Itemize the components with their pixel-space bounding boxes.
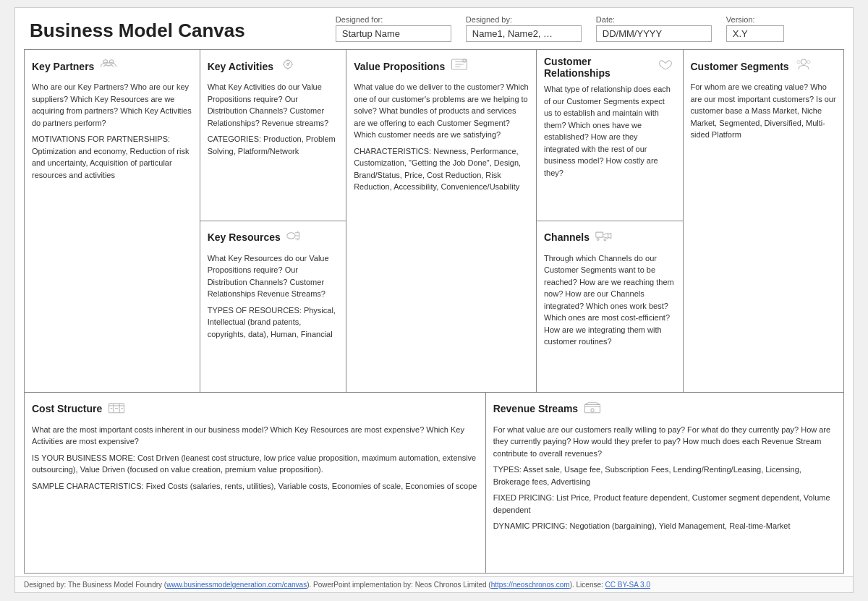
- key-activities-p1: What Key Activities do our Value Proposi…: [208, 81, 339, 129]
- customer-relationships-cell: Customer Relationships What type of rela…: [537, 50, 683, 221]
- header: Business Model Canvas Designed for: Desi…: [15, 8, 853, 46]
- date-field: Date:: [596, 15, 712, 42]
- revenue-streams-p3: FIXED PRICING: List Price, Product featu…: [493, 492, 836, 516]
- activities-resources-column: Key Activities What Key Activities do ou…: [200, 50, 347, 392]
- revenue-streams-text: For what value are our customers really …: [493, 424, 836, 537]
- revenue-streams-p4: DYNAMIC PRICING: Negotiation (bargaining…: [493, 520, 836, 532]
- key-resources-p1: What Key Resources do our Value Proposit…: [208, 252, 339, 300]
- key-partners-title: Key Partners: [32, 56, 192, 77]
- key-partners-icon: [98, 56, 119, 77]
- footer-text-1: Designed by: The Business Model Foundry …: [24, 581, 166, 589]
- key-partners-cell: Key Partners Who are our Key Partners? W…: [25, 50, 200, 392]
- key-activities-title: Key Activities: [208, 56, 339, 77]
- value-propositions-text: What value do we deliver to the customer…: [354, 81, 529, 197]
- revenue-streams-p2: TYPES: Asset sale, Usage fee, Subscripti…: [493, 464, 836, 487]
- customer-relationships-p1: What type of relationship does each of o…: [544, 83, 676, 179]
- value-propositions-label: Value Propositions: [354, 61, 445, 72]
- header-fields: Designed for: Designed by: Date: Version…: [281, 15, 838, 42]
- svg-point-0: [103, 60, 108, 64]
- value-propositions-p1: What value do we deliver to the customer…: [354, 81, 529, 141]
- page-title: Business Model Canvas: [30, 20, 245, 42]
- svg-point-8: [597, 238, 599, 240]
- designed-by-input[interactable]: [466, 25, 582, 42]
- customer-segments-text: For whom are we creating value? Who are …: [691, 81, 837, 145]
- footer: Designed by: The Business Model Foundry …: [15, 576, 853, 592]
- revenue-streams-p1: For what value are our customers really …: [493, 424, 836, 460]
- revenue-streams-cell: Revenue Streams For what value are our c…: [486, 393, 843, 573]
- key-partners-text: Who are our Key Partners? Who are our ke…: [32, 81, 192, 185]
- channels-p1: Through which Channels do our Customer S…: [544, 252, 676, 348]
- channels-label: Channels: [544, 231, 590, 243]
- cost-structure-p2: IS YOUR BUSINESS MORE: Cost Driven (lean…: [32, 452, 478, 476]
- designed-for-label: Designed for:: [336, 15, 451, 24]
- cost-structure-cell: Cost Structure What are the most importa…: [25, 393, 486, 573]
- date-input[interactable]: [596, 25, 712, 42]
- footer-link-3[interactable]: CC BY-SA 3.0: [605, 581, 650, 589]
- cost-structure-title: Cost Structure: [32, 398, 478, 419]
- canvas-grid: Key Partners Who are our Key Partners? W…: [24, 49, 844, 574]
- key-partners-p1: Who are our Key Partners? Who are our ke…: [32, 81, 192, 129]
- key-resources-text: What Key Resources do our Value Proposit…: [208, 252, 339, 341]
- revenue-streams-icon: [582, 398, 603, 419]
- key-resources-cell: Key Resources What Key Resources do our …: [200, 221, 346, 392]
- key-partners-p2: MOTIVATIONS FOR PARTNERSHIPS: Optimizati…: [32, 133, 192, 181]
- svg-point-15: [591, 409, 594, 412]
- value-propositions-icon: [449, 56, 469, 77]
- customer-relationships-label: Customer Relationships: [544, 56, 651, 79]
- customer-relationships-title: Customer Relationships: [544, 56, 676, 79]
- version-label: Version:: [726, 15, 784, 24]
- key-resources-label: Key Resources: [208, 231, 281, 243]
- key-partners-label: Key Partners: [32, 61, 94, 72]
- designed-for-input[interactable]: [336, 25, 451, 42]
- svg-point-9: [604, 239, 606, 241]
- value-propositions-p2: CHARACTERISTICS: Newness, Performance, C…: [354, 145, 529, 193]
- footer-link-2[interactable]: https://neoschronos.com: [491, 581, 570, 589]
- designed-by-label: Designed by:: [466, 15, 582, 24]
- key-activities-label: Key Activities: [208, 61, 273, 72]
- designed-by-field: Designed by:: [466, 15, 582, 42]
- channels-text: Through which Channels do our Customer S…: [544, 252, 676, 348]
- channels-icon: [594, 227, 614, 248]
- cost-structure-p3: SAMPLE CHARACTERISTICS: Fixed Costs (sal…: [32, 480, 478, 493]
- svg-point-11: [797, 60, 800, 63]
- designed-for-field: Designed for:: [336, 15, 451, 42]
- revenue-streams-title: Revenue Streams: [493, 398, 836, 419]
- cost-structure-label: Cost Structure: [32, 403, 102, 414]
- cr-channels-column: Customer Relationships What type of rela…: [537, 50, 684, 392]
- cost-structure-p1: What are the most important costs inhere…: [32, 424, 478, 448]
- bottom-row: Cost Structure What are the most importa…: [25, 393, 843, 573]
- customer-segments-label: Customer Segments: [691, 61, 789, 72]
- svg-point-10: [801, 59, 806, 64]
- revenue-streams-label: Revenue Streams: [493, 403, 579, 414]
- key-activities-text: What Key Activities do our Value Proposi…: [208, 81, 339, 157]
- key-resources-title: Key Resources: [208, 227, 339, 248]
- version-field: Version:: [726, 15, 784, 42]
- key-resources-p2: TYPES OF RESOURCES: Physical, Intellectu…: [208, 304, 339, 341]
- key-activities-p2: CATEGORIES: Production, Problem Solving,…: [208, 133, 339, 157]
- customer-relationships-icon: [655, 57, 676, 78]
- customer-segments-p1: For whom are we creating value? Who are …: [691, 81, 837, 141]
- cost-structure-icon: [106, 398, 127, 419]
- value-propositions-cell: Value Propositions What value do we deli…: [346, 50, 537, 392]
- key-activities-icon: [278, 56, 298, 77]
- svg-rect-7: [596, 232, 603, 237]
- key-resources-icon: [285, 227, 305, 248]
- footer-link-1[interactable]: www.businessmodelgeneration.com/canvas: [166, 581, 307, 589]
- customer-segments-cell: Customer Segments For whom are we creati…: [684, 50, 844, 392]
- footer-text-2: ). PowerPoint implementation by: Neos Ch…: [307, 581, 491, 589]
- key-activities-cell: Key Activities What Key Activities do ou…: [200, 50, 346, 221]
- svg-point-1: [110, 60, 114, 64]
- customer-segments-icon: [793, 56, 814, 77]
- svg-point-12: [807, 60, 810, 63]
- main-row: Key Partners Who are our Key Partners? W…: [25, 50, 843, 393]
- footer-text-3: ). License:: [570, 581, 605, 589]
- page: Business Model Canvas Designed for: Desi…: [14, 7, 854, 593]
- version-input[interactable]: [726, 25, 784, 42]
- customer-relationships-text: What type of relationship does each of o…: [544, 83, 676, 179]
- channels-cell: Channels Through which Ch: [537, 221, 683, 392]
- svg-point-4: [287, 233, 295, 239]
- cost-structure-text: What are the most important costs inhere…: [32, 424, 478, 497]
- date-label: Date:: [596, 15, 712, 24]
- channels-title: Channels: [544, 227, 676, 248]
- value-propositions-title: Value Propositions: [354, 56, 529, 77]
